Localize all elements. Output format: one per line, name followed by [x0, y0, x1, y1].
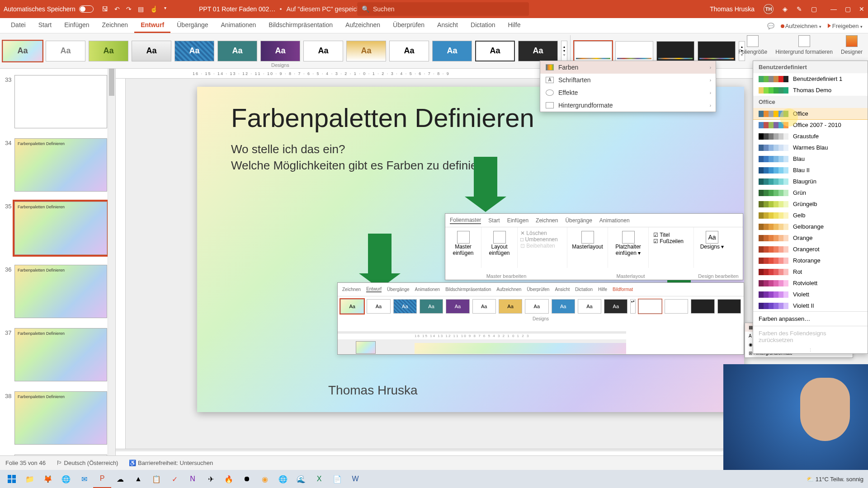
thumbnail-pane[interactable]: 3334Farbenpaletten Definieren35Farbenpal…	[0, 69, 116, 474]
tab-hilfe[interactable]: Hilfe	[501, 18, 527, 33]
menu-item-effects[interactable]: Effekte›	[540, 86, 716, 99]
weather-widget[interactable]: ⛅ 11°C Teilw. sonnig	[807, 476, 863, 483]
color-scheme-item[interactable]: Violett II	[753, 300, 868, 311]
firefox-icon[interactable]: 🦊	[39, 470, 57, 488]
app-icon[interactable]: 📋	[147, 470, 165, 488]
theme-item[interactable]: Aa	[132, 41, 171, 61]
tab-aufzeichnen[interactable]: Aufzeichnen	[339, 18, 387, 33]
slide-thumbnail[interactable]: 38Farbenpaletten Definieren	[14, 391, 107, 445]
tab-dictation[interactable]: Dictation	[464, 18, 501, 33]
variant-item[interactable]	[615, 41, 653, 61]
theme-item[interactable]: Aa	[46, 41, 85, 61]
theme-item[interactable]: Aa	[3, 41, 42, 61]
window-icon[interactable]: ▢	[811, 5, 817, 13]
todoist-icon[interactable]: ✓	[165, 470, 184, 488]
user-name[interactable]: Thomas Hruska	[710, 5, 755, 13]
slide-canvas[interactable]: Farbenpaletten Definieren Wo stelle ich …	[197, 87, 744, 412]
slide-thumbnail[interactable]: 33	[14, 75, 107, 128]
menu-item-colors[interactable]: Farben›	[540, 61, 716, 74]
theme-item[interactable]: Aa	[175, 41, 214, 61]
share-button[interactable]: Freigeben ▾	[828, 23, 863, 29]
tab-einfügen[interactable]: Einfügen	[58, 18, 95, 33]
theme-item[interactable]: Aa	[518, 41, 558, 61]
explorer-icon[interactable]: 📁	[21, 470, 39, 488]
powerpoint-icon[interactable]: P	[93, 470, 111, 488]
slide-counter[interactable]: Folie 35 von 46	[5, 460, 46, 466]
theme-item[interactable]: Aa	[217, 41, 257, 61]
color-scheme-item[interactable]: Violett	[753, 289, 868, 300]
theme-item[interactable]: Aa	[475, 41, 515, 61]
menu-item-fonts[interactable]: ASchriftarten›	[540, 74, 716, 86]
color-scheme-item[interactable]: Grüngelb	[753, 198, 868, 210]
tab-start[interactable]: Start	[32, 18, 58, 33]
color-scheme-item[interactable]: Blau	[753, 153, 868, 164]
slide-thumbnail[interactable]: 37Farbenpaletten Definieren	[14, 328, 107, 381]
theme-item[interactable]: Aa	[260, 41, 300, 61]
app-icon[interactable]: 🌐	[274, 470, 292, 488]
app-icon[interactable]: 🔥	[220, 470, 238, 488]
tab-datei[interactable]: Datei	[5, 18, 32, 33]
color-scheme-item[interactable]: Blaugrün	[753, 176, 868, 187]
designer-button[interactable]: Designer	[841, 35, 863, 55]
customize-colors[interactable]: Farben anpassen…	[753, 311, 868, 326]
redo-icon[interactable]: ↷	[126, 5, 132, 13]
theme-gallery-more[interactable]: ▴▾▿	[561, 41, 567, 61]
tab-ansicht[interactable]: Ansicht	[431, 18, 464, 33]
color-scheme-item[interactable]: Blau II	[753, 164, 868, 176]
tab-überprüfen[interactable]: Überprüfen	[387, 18, 431, 33]
edge-icon[interactable]: 🌊	[292, 470, 310, 488]
slide-thumbnail[interactable]: 35Farbenpaletten Definieren	[14, 202, 107, 255]
variant-item[interactable]	[574, 41, 612, 61]
slide-thumbnail[interactable]: 36Farbenpaletten Definieren	[14, 265, 107, 318]
theme-item[interactable]: Aa	[389, 41, 429, 61]
autosave-toggle[interactable]	[79, 5, 94, 13]
minimize-button[interactable]: —	[830, 5, 837, 13]
color-scheme-item[interactable]: Orangerot	[753, 244, 868, 255]
word-icon[interactable]: W	[346, 470, 364, 488]
telegram-icon[interactable]: ✈	[202, 470, 220, 488]
save-icon[interactable]: 🖫	[102, 5, 108, 13]
theme-item[interactable]: Aa	[303, 41, 343, 61]
onenote-icon[interactable]: N	[184, 470, 202, 488]
tab-zeichnen[interactable]: Zeichnen	[96, 18, 135, 33]
variant-item[interactable]	[656, 41, 694, 61]
qat-dropdown[interactable]: ▾	[164, 5, 166, 13]
color-scheme-item[interactable]: Rotviolett	[753, 277, 868, 289]
color-scheme-item[interactable]: Office 2007 - 2010	[753, 119, 868, 131]
color-scheme-item[interactable]: Gelborange	[753, 221, 868, 232]
color-scheme-item[interactable]: Gelb	[753, 210, 868, 221]
color-scheme-item[interactable]: Graustufe	[753, 131, 868, 142]
color-scheme-item[interactable]: Grün	[753, 187, 868, 198]
user-avatar[interactable]: TH	[764, 4, 774, 14]
theme-item[interactable]: Aa	[89, 41, 128, 61]
document-title[interactable]: PPT 01 Roter Faden 002… Auf "diesem PC" …	[199, 0, 374, 18]
tab-entwurf[interactable]: Entwurf	[134, 18, 170, 33]
start-button[interactable]	[3, 470, 21, 488]
slide-size-button[interactable]: Foliengröße	[738, 35, 767, 55]
color-scheme-item[interactable]: Benutzerdefiniert 1	[753, 73, 868, 84]
chrome-icon[interactable]: 🌐	[57, 470, 75, 488]
tab-bildschirmpräsentation[interactable]: Bildschirmpräsentation	[262, 18, 339, 33]
undo-icon[interactable]: ↶	[114, 5, 120, 13]
slide-thumbnail[interactable]: 34Farbenpaletten Definieren	[14, 138, 107, 192]
search-input[interactable]	[373, 5, 524, 13]
maximize-button[interactable]: ▢	[845, 5, 851, 13]
color-scheme-item[interactable]: Rot	[753, 266, 868, 277]
tab-animationen[interactable]: Animationen	[215, 18, 263, 33]
thumbnail-scrollbar[interactable]	[108, 69, 115, 474]
excel-icon[interactable]: X	[310, 470, 328, 488]
tab-übergänge[interactable]: Übergänge	[170, 18, 214, 33]
theme-item[interactable]: Aa	[346, 41, 386, 61]
color-scheme-item[interactable]: Thomas Demo	[753, 84, 868, 96]
color-scheme-item[interactable]: Warmes Blau	[753, 142, 868, 153]
touch-icon[interactable]: ☝	[150, 5, 158, 13]
menu-item-background[interactable]: Hintergrundformate›	[540, 99, 716, 112]
format-background-button[interactable]: Hintergrund formatieren	[775, 35, 833, 55]
record-button[interactable]: Aufzeichnen ▾	[781, 23, 821, 29]
app-icon[interactable]: 📄	[328, 470, 346, 488]
close-button[interactable]: ✕	[859, 5, 864, 13]
comments-icon[interactable]: 💬	[767, 23, 774, 29]
brush-icon[interactable]: ✎	[797, 5, 802, 13]
color-scheme-item[interactable]: Office	[753, 108, 868, 119]
accessibility[interactable]: ♿ Barrierefreiheit: Untersuchen	[129, 460, 213, 466]
